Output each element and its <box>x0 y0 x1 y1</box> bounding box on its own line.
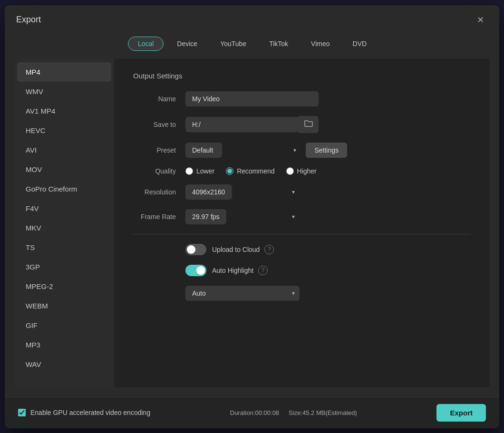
quality-recommend-radio[interactable] <box>226 167 233 175</box>
tab-youtube[interactable]: YouTube <box>211 37 256 51</box>
size-label: Size:45.2 MB(Estimated) <box>289 409 357 416</box>
frame-rate-select[interactable]: 29.97 fps 25 fps 24 fps 60 fps <box>185 209 226 224</box>
format-hevc[interactable]: HEVC <box>14 121 114 140</box>
preset-select-wrapper: Default Custom <box>185 143 301 158</box>
name-label: Name <box>133 95 176 103</box>
quality-options: Lower Recommend Higher <box>185 167 317 175</box>
upload-cloud-label: Upload to Cloud <box>212 246 260 253</box>
resolution-label: Resolution <box>133 188 176 196</box>
format-mov[interactable]: MOV <box>14 160 114 179</box>
quality-higher-radio[interactable] <box>286 167 294 175</box>
tab-vimeo[interactable]: Vimeo <box>301 37 339 51</box>
resolution-row: Resolution 4096x2160 1920x1080 1280x720 <box>133 184 471 200</box>
save-to-label: Save to <box>133 121 176 128</box>
quality-recommend[interactable]: Recommend <box>226 167 274 175</box>
preset-field: Default Custom Settings <box>185 143 347 158</box>
footer-info: Duration:00:00:08 Size:45.2 MB(Estimated… <box>230 409 357 416</box>
duration-label: Duration:00:00:08 <box>230 409 279 416</box>
upload-cloud-toggle[interactable] <box>185 244 206 255</box>
gpu-checkbox[interactable] <box>18 409 26 416</box>
format-wmv[interactable]: WMV <box>14 82 114 101</box>
section-title: Output Settings <box>133 72 471 80</box>
export-dialog: Export ✕ Local Device YouTube TikTok Vim… <box>5 5 499 428</box>
save-to-field <box>185 116 319 133</box>
auto-highlight-toggle[interactable] <box>185 265 206 276</box>
quality-lower-radio[interactable] <box>185 167 193 175</box>
resolution-select[interactable]: 4096x2160 1920x1080 1280x720 <box>185 184 232 200</box>
name-row: Name <box>133 91 471 106</box>
upload-cloud-help-icon[interactable]: ? <box>264 245 274 254</box>
quality-label: Quality <box>133 167 176 175</box>
format-mkv[interactable]: MKV <box>14 218 114 238</box>
auto-highlight-help-icon[interactable]: ? <box>258 266 268 275</box>
quality-higher-label: Higher <box>297 167 317 175</box>
auto-select-wrapper: Auto Manual <box>185 286 300 301</box>
tab-bar: Local Device YouTube TikTok Vimeo DVD <box>5 33 499 58</box>
format-mp3[interactable]: MP3 <box>14 335 114 355</box>
format-gopro[interactable]: GoPro Cineform <box>14 179 114 199</box>
dialog-title: Export <box>16 15 41 25</box>
frame-rate-select-wrapper: 29.97 fps 25 fps 24 fps 60 fps <box>185 209 300 224</box>
quality-lower-label: Lower <box>196 167 214 175</box>
quality-lower[interactable]: Lower <box>185 167 214 175</box>
quality-recommend-label: Recommend <box>237 167 274 175</box>
auto-highlight-label: Auto Highlight <box>212 267 253 274</box>
main-content: MP4 WMV AV1 MP4 HEVC AVI MOV GoPro Cinef… <box>14 58 490 387</box>
tab-local[interactable]: Local <box>128 37 164 51</box>
quality-row: Quality Lower Recommend Higher <box>133 167 471 175</box>
settings-button[interactable]: Settings <box>306 143 347 158</box>
auto-select-row: Auto Manual <box>133 286 471 301</box>
preset-select[interactable]: Default Custom <box>185 143 222 158</box>
close-button[interactable]: ✕ <box>473 13 488 27</box>
format-ts[interactable]: TS <box>14 238 114 257</box>
save-to-input[interactable] <box>185 117 299 132</box>
format-f4v[interactable]: F4V <box>14 199 114 218</box>
frame-rate-row: Frame Rate 29.97 fps 25 fps 24 fps 60 fp… <box>133 209 471 224</box>
footer-left: Enable GPU accelerated video encoding <box>18 409 150 416</box>
dialog-header: Export ✕ <box>5 5 499 33</box>
auto-highlight-row: Auto Highlight ? <box>133 265 471 276</box>
format-webm[interactable]: WEBM <box>14 296 114 316</box>
format-av1mp4[interactable]: AV1 MP4 <box>14 101 114 121</box>
folder-browse-button[interactable] <box>299 116 319 133</box>
tab-device[interactable]: Device <box>167 37 207 51</box>
upload-cloud-row: Upload to Cloud ? <box>133 244 471 255</box>
name-input[interactable] <box>185 91 319 106</box>
format-wav[interactable]: WAV <box>14 355 114 374</box>
settings-panel: Output Settings Name Save to <box>114 58 490 387</box>
preset-label: Preset <box>133 146 176 154</box>
divider <box>133 234 471 234</box>
format-mp4[interactable]: MP4 <box>17 62 111 82</box>
format-avi[interactable]: AVI <box>14 140 114 160</box>
auto-select[interactable]: Auto Manual <box>185 286 300 301</box>
preset-row: Preset Default Custom Settings <box>133 143 471 158</box>
save-to-row: Save to <box>133 116 471 133</box>
tab-tiktok[interactable]: TikTok <box>260 37 298 51</box>
resolution-select-wrapper: 4096x2160 1920x1080 1280x720 <box>185 184 300 200</box>
quality-higher[interactable]: Higher <box>286 167 317 175</box>
format-3gp[interactable]: 3GP <box>14 257 114 277</box>
gpu-label: Enable GPU accelerated video encoding <box>30 409 150 416</box>
dialog-footer: Enable GPU accelerated video encoding Du… <box>5 397 499 428</box>
format-gif[interactable]: GIF <box>14 316 114 335</box>
format-list: MP4 WMV AV1 MP4 HEVC AVI MOV GoPro Cinef… <box>14 58 114 387</box>
format-mpeg2[interactable]: MPEG-2 <box>14 277 114 296</box>
tab-dvd[interactable]: DVD <box>343 37 377 51</box>
export-button[interactable]: Export <box>436 404 486 422</box>
frame-rate-label: Frame Rate <box>133 213 176 221</box>
